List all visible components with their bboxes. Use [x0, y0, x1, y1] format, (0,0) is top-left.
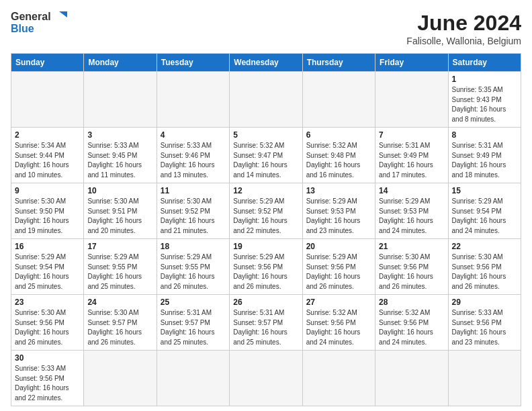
calendar-cell: [302, 72, 375, 128]
day-info: Sunrise: 5:29 AM Sunset: 9:52 PM Dayligh…: [233, 197, 298, 236]
day-number: 28: [379, 298, 444, 307]
calendar-cell: 29Sunrise: 5:33 AM Sunset: 9:56 PM Dayli…: [448, 295, 521, 351]
calendar-cell: [448, 351, 521, 406]
day-number: 27: [306, 298, 371, 307]
day-number: 13: [306, 186, 371, 195]
calendar-cell: 27Sunrise: 5:32 AM Sunset: 9:56 PM Dayli…: [302, 295, 375, 351]
day-number: 24: [87, 298, 152, 307]
calendar-cell: 17Sunrise: 5:29 AM Sunset: 9:55 PM Dayli…: [84, 239, 157, 295]
week-row: 9Sunrise: 5:30 AM Sunset: 9:50 PM Daylig…: [11, 183, 521, 239]
day-info: Sunrise: 5:31 AM Sunset: 9:49 PM Dayligh…: [379, 141, 444, 180]
day-number: 21: [379, 242, 444, 251]
day-number: 9: [15, 186, 80, 195]
calendar-cell: 5Sunrise: 5:32 AM Sunset: 9:47 PM Daylig…: [230, 128, 302, 183]
calendar-cell: [157, 72, 229, 128]
calendar-cell: 2Sunrise: 5:34 AM Sunset: 9:44 PM Daylig…: [11, 128, 84, 183]
day-number: 25: [161, 298, 226, 307]
calendar-cell: 9Sunrise: 5:30 AM Sunset: 9:50 PM Daylig…: [11, 183, 84, 239]
day-number: 4: [161, 130, 226, 140]
week-row: 1Sunrise: 5:35 AM Sunset: 9:43 PM Daylig…: [11, 72, 521, 128]
day-info: Sunrise: 5:33 AM Sunset: 9:56 PM Dayligh…: [452, 308, 517, 347]
blue-flag-icon: [52, 11, 67, 23]
day-info: Sunrise: 5:31 AM Sunset: 9:57 PM Dayligh…: [233, 308, 298, 347]
calendar-cell: [375, 351, 448, 406]
day-number: 2: [15, 130, 80, 140]
calendar-cell: 6Sunrise: 5:32 AM Sunset: 9:48 PM Daylig…: [302, 128, 375, 183]
day-info: Sunrise: 5:29 AM Sunset: 9:55 PM Dayligh…: [87, 253, 152, 291]
calendar-cell: 10Sunrise: 5:30 AM Sunset: 9:51 PM Dayli…: [84, 183, 157, 239]
day-number: 11: [161, 186, 226, 195]
day-number: 19: [233, 242, 298, 251]
logo: General Blue: [11, 11, 67, 36]
day-number: 22: [452, 242, 517, 251]
day-info: Sunrise: 5:31 AM Sunset: 9:49 PM Dayligh…: [452, 141, 517, 180]
day-number: 12: [233, 186, 298, 195]
calendar-cell: [302, 351, 375, 406]
day-info: Sunrise: 5:33 AM Sunset: 9:45 PM Dayligh…: [87, 141, 152, 180]
calendar-cell: [84, 72, 157, 128]
weekday-header: Friday: [375, 54, 448, 72]
day-info: Sunrise: 5:29 AM Sunset: 9:53 PM Dayligh…: [306, 197, 371, 236]
day-number: 7: [379, 130, 444, 140]
calendar-cell: 21Sunrise: 5:30 AM Sunset: 9:56 PM Dayli…: [375, 239, 448, 295]
day-info: Sunrise: 5:32 AM Sunset: 9:48 PM Dayligh…: [306, 141, 371, 180]
day-info: Sunrise: 5:33 AM Sunset: 9:46 PM Dayligh…: [161, 141, 226, 180]
day-number: 5: [233, 130, 298, 140]
day-info: Sunrise: 5:29 AM Sunset: 9:54 PM Dayligh…: [15, 253, 80, 291]
calendar-cell: 4Sunrise: 5:33 AM Sunset: 9:46 PM Daylig…: [157, 128, 229, 183]
calendar-cell: 16Sunrise: 5:29 AM Sunset: 9:54 PM Dayli…: [11, 239, 84, 295]
day-info: Sunrise: 5:30 AM Sunset: 9:51 PM Dayligh…: [87, 197, 152, 236]
day-info: Sunrise: 5:34 AM Sunset: 9:44 PM Dayligh…: [15, 141, 80, 180]
calendar-cell: 22Sunrise: 5:30 AM Sunset: 9:56 PM Dayli…: [448, 239, 521, 295]
calendar-cell: 7Sunrise: 5:31 AM Sunset: 9:49 PM Daylig…: [375, 128, 448, 183]
title-area: June 2024 Falisolle, Wallonia, Belgium: [406, 11, 521, 46]
day-number: 17: [87, 242, 152, 251]
header: General Blue June 2024 Falisolle, Wallon…: [11, 11, 521, 46]
weekday-header: Tuesday: [157, 54, 229, 72]
day-number: 16: [15, 242, 80, 251]
day-number: 10: [87, 186, 152, 195]
calendar-cell: 24Sunrise: 5:30 AM Sunset: 9:57 PM Dayli…: [84, 295, 157, 351]
calendar-cell: 23Sunrise: 5:30 AM Sunset: 9:56 PM Dayli…: [11, 295, 84, 351]
calendar-cell: [11, 72, 84, 128]
month-title: June 2024: [406, 11, 521, 36]
week-row: 30Sunrise: 5:33 AM Sunset: 9:56 PM Dayli…: [11, 351, 521, 406]
weekday-header: Saturday: [448, 54, 521, 72]
day-info: Sunrise: 5:32 AM Sunset: 9:56 PM Dayligh…: [379, 308, 444, 347]
day-info: Sunrise: 5:30 AM Sunset: 9:56 PM Dayligh…: [452, 253, 517, 291]
day-number: 18: [161, 242, 226, 251]
calendar-cell: 19Sunrise: 5:29 AM Sunset: 9:56 PM Dayli…: [230, 239, 302, 295]
calendar-cell: 18Sunrise: 5:29 AM Sunset: 9:55 PM Dayli…: [157, 239, 229, 295]
day-number: 8: [452, 130, 517, 140]
svg-marker-0: [59, 11, 67, 17]
day-info: Sunrise: 5:30 AM Sunset: 9:52 PM Dayligh…: [161, 197, 226, 236]
day-info: Sunrise: 5:29 AM Sunset: 9:54 PM Dayligh…: [452, 197, 517, 236]
day-info: Sunrise: 5:30 AM Sunset: 9:50 PM Dayligh…: [15, 197, 80, 236]
calendar-cell: 20Sunrise: 5:29 AM Sunset: 9:56 PM Dayli…: [302, 239, 375, 295]
calendar-cell: [84, 351, 157, 406]
calendar-cell: 8Sunrise: 5:31 AM Sunset: 9:49 PM Daylig…: [448, 128, 521, 183]
day-number: 26: [233, 298, 298, 307]
calendar-cell: 11Sunrise: 5:30 AM Sunset: 9:52 PM Dayli…: [157, 183, 229, 239]
day-number: 30: [15, 353, 80, 363]
week-row: 2Sunrise: 5:34 AM Sunset: 9:44 PM Daylig…: [11, 128, 521, 183]
calendar-cell: 15Sunrise: 5:29 AM Sunset: 9:54 PM Dayli…: [448, 183, 521, 239]
day-number: 20: [306, 242, 371, 251]
week-row: 23Sunrise: 5:30 AM Sunset: 9:56 PM Dayli…: [11, 295, 521, 351]
day-info: Sunrise: 5:29 AM Sunset: 9:56 PM Dayligh…: [233, 253, 298, 291]
calendar-cell: 1Sunrise: 5:35 AM Sunset: 9:43 PM Daylig…: [448, 72, 521, 128]
calendar-cell: 14Sunrise: 5:29 AM Sunset: 9:53 PM Dayli…: [375, 183, 448, 239]
calendar: SundayMondayTuesdayWednesdayThursdayFrid…: [11, 53, 521, 406]
day-number: 23: [15, 298, 80, 307]
day-number: 6: [306, 130, 371, 140]
calendar-cell: 25Sunrise: 5:31 AM Sunset: 9:57 PM Dayli…: [157, 295, 229, 351]
calendar-cell: [375, 72, 448, 128]
weekday-header: Sunday: [11, 54, 84, 72]
calendar-cell: 30Sunrise: 5:33 AM Sunset: 9:56 PM Dayli…: [11, 351, 84, 406]
day-info: Sunrise: 5:30 AM Sunset: 9:56 PM Dayligh…: [15, 308, 80, 347]
day-number: 1: [452, 75, 517, 84]
day-info: Sunrise: 5:29 AM Sunset: 9:56 PM Dayligh…: [306, 253, 371, 291]
calendar-cell: 26Sunrise: 5:31 AM Sunset: 9:57 PM Dayli…: [230, 295, 302, 351]
day-number: 15: [452, 186, 517, 195]
calendar-cell: 3Sunrise: 5:33 AM Sunset: 9:45 PM Daylig…: [84, 128, 157, 183]
